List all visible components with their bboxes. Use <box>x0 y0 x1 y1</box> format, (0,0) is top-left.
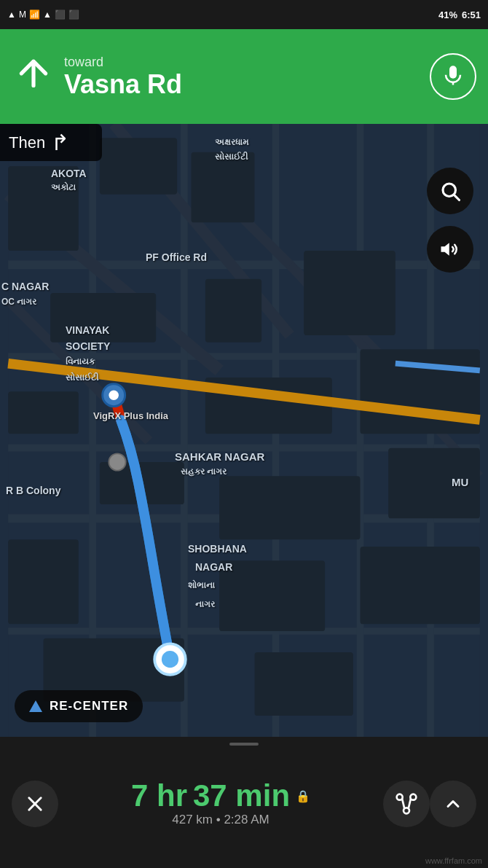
nav-toward-label: toward <box>64 55 103 69</box>
recenter-button[interactable]: RE-CENTER <box>15 690 143 722</box>
svg-marker-42 <box>441 243 449 256</box>
eta-minutes: 37 min <box>193 781 290 811</box>
svg-line-48 <box>402 799 404 809</box>
bluetooth-icon: ⬛ <box>68 9 79 20</box>
then-banner: Then ↱ <box>0 124 102 161</box>
wifi-icon: ▲ <box>43 9 52 20</box>
svg-point-36 <box>162 651 178 668</box>
svg-point-38 <box>109 390 119 400</box>
map-area[interactable]: AKOTA અકોટા PF Office Rd C NAGAR OC નાગ‌… <box>0 124 488 737</box>
status-bar: ▲ M 📶 ▲ ⬛ ⬛ 41% 6:51 <box>0 0 488 29</box>
mic-icon <box>442 65 464 89</box>
recenter-triangle-icon <box>29 700 42 712</box>
nav-direction-icon <box>12 55 55 98</box>
svg-rect-22 <box>8 391 79 434</box>
status-icons-left: ▲ M 📶 ▲ ⬛ ⬛ <box>7 9 79 20</box>
signal-icon: 📶 <box>29 9 40 20</box>
watermark: www.ffrfam.com <box>0 856 488 868</box>
nav-title-area: toward Vasna Rd <box>55 55 430 99</box>
status-icons-right: 41% 6:51 <box>438 9 481 20</box>
arrival-time: 2:28 AM <box>224 813 269 826</box>
svg-rect-32 <box>255 652 353 716</box>
time-text: 6:51 <box>462 9 481 20</box>
routes-button[interactable] <box>383 781 430 827</box>
svg-rect-21 <box>304 251 395 335</box>
battery-text: 41% <box>438 9 457 20</box>
close-button[interactable] <box>12 781 58 827</box>
svg-rect-16 <box>8 166 79 251</box>
svg-line-49 <box>409 799 411 809</box>
then-text: Then <box>9 133 45 152</box>
recenter-label: RE-CENTER <box>50 699 128 713</box>
svg-rect-20 <box>205 279 261 343</box>
svg-rect-29 <box>219 560 325 631</box>
sound-button[interactable] <box>427 226 473 273</box>
svg-rect-28 <box>8 539 79 624</box>
mic-button[interactable] <box>430 53 476 100</box>
svg-line-41 <box>454 195 460 200</box>
nav-header: toward Vasna Rd <box>0 29 488 124</box>
expand-button[interactable] <box>430 781 476 827</box>
distance-text: 427 km <box>172 813 213 826</box>
svg-point-39 <box>109 453 125 470</box>
android-icon: ▲ <box>7 9 16 20</box>
then-arrow-icon: ↱ <box>51 130 69 155</box>
eta-hours: 7 hr <box>131 781 187 811</box>
drag-handle[interactable] <box>229 743 259 746</box>
search-button[interactable] <box>427 168 473 214</box>
svg-rect-17 <box>100 138 177 194</box>
eta-time-row: 7 hr 37 min 🔒 <box>131 781 310 811</box>
nav-road-name: Vasna Rd <box>64 70 430 99</box>
svg-rect-30 <box>361 547 480 624</box>
eta-area: 7 hr 37 min 🔒 427 km • 2:28 AM <box>58 781 383 827</box>
bottom-bar: 7 hr 37 min 🔒 427 km • 2:28 AM <box>0 737 488 868</box>
separator: • <box>216 813 221 826</box>
eta-details: 427 km • 2:28 AM <box>172 813 269 827</box>
bottom-main-row: 7 hr 37 min 🔒 427 km • 2:28 AM <box>0 748 488 856</box>
svg-rect-26 <box>219 476 360 539</box>
maps-icon: M <box>19 9 26 20</box>
svg-rect-18 <box>192 152 255 223</box>
svg-rect-19 <box>50 293 156 343</box>
lock-icon: 🔒 <box>296 789 310 803</box>
svg-rect-27 <box>388 448 480 519</box>
data-icon: ⬛ <box>55 9 66 20</box>
